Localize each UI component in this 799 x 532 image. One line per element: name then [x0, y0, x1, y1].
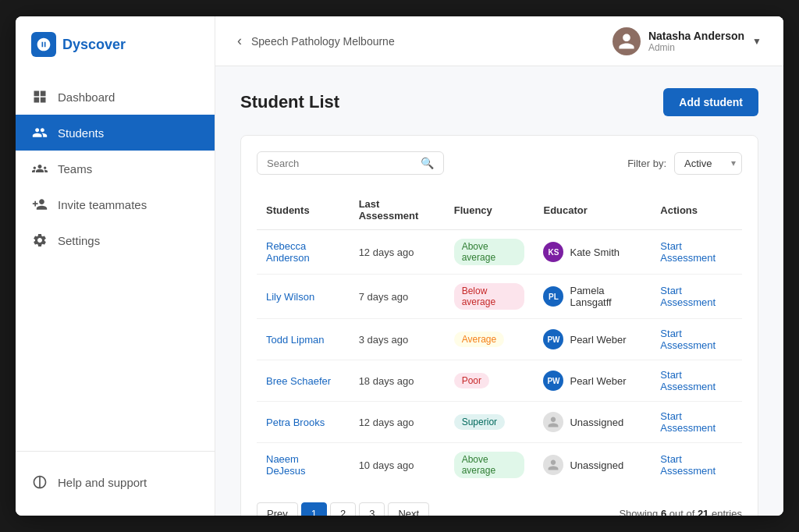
student-name-cell: Naeem DeJesus — [257, 443, 350, 488]
educator-avatar: PW — [543, 371, 563, 391]
student-link[interactable]: Todd Lipman — [266, 334, 324, 346]
gear-icon — [31, 232, 48, 249]
avatar — [613, 27, 641, 55]
page-3-button[interactable]: 3 — [359, 502, 385, 516]
student-name-cell: Bree Schaefer — [257, 360, 350, 402]
filter-area: Filter by: Active Inactive All — [627, 152, 742, 175]
sidebar-item-invite[interactable]: Invite teammates — [16, 186, 215, 222]
table-row: Bree Schaefer 18 days ago Poor PWPearl W… — [257, 360, 742, 402]
pagination: Prev 1 2 3 Next — [257, 502, 429, 516]
start-assessment-link[interactable]: Start Assessment — [660, 328, 716, 351]
sidebar: Dyscover Dashboard Students Teams — [16, 16, 215, 516]
educator-cell: PWPearl Weber — [534, 319, 651, 360]
fluency-cell: Poor — [445, 360, 534, 402]
educator-avatar — [543, 412, 563, 432]
educator-name: Kate Smith — [570, 246, 620, 258]
sidebar-item-students[interactable]: Students — [16, 115, 215, 151]
action-cell: Start Assessment — [651, 360, 742, 402]
search-box: 🔍 — [257, 151, 444, 175]
fluency-badge: Poor — [454, 373, 489, 388]
user-role: Admin — [648, 42, 744, 53]
add-student-button[interactable]: Add student — [663, 88, 758, 116]
fluency-cell: Superior — [445, 402, 534, 443]
fluency-cell: Above average — [445, 443, 534, 488]
prev-button[interactable]: Prev — [257, 502, 298, 516]
org-name: Speech Pathology Melbourne — [251, 35, 395, 48]
table-row: Lily Wilson 7 days ago Below average PLP… — [257, 275, 742, 319]
page-2-button[interactable]: 2 — [330, 502, 356, 516]
action-cell: Start Assessment — [651, 402, 742, 443]
table-toolbar: 🔍 Filter by: Active Inactive All — [257, 151, 742, 175]
sidebar-item-help[interactable]: Help and support — [16, 464, 215, 500]
sidebar-item-teams-label: Teams — [58, 162, 92, 176]
last-assessment-cell: 3 days ago — [350, 319, 445, 360]
action-cell: Start Assessment — [651, 275, 742, 319]
fluency-badge: Below average — [454, 283, 525, 310]
logo-icon — [31, 32, 56, 57]
col-fluency: Fluency — [445, 190, 534, 230]
table-row: Naeem DeJesus 10 days ago Above average … — [257, 443, 742, 488]
logo: Dyscover — [16, 16, 215, 73]
start-assessment-link[interactable]: Start Assessment — [660, 240, 716, 264]
back-button[interactable]: ‹ — [237, 33, 242, 49]
action-cell: Start Assessment — [651, 319, 742, 360]
sidebar-item-settings-label: Settings — [58, 234, 100, 247]
educator-cell: PLPamela Lansgatff — [534, 275, 651, 319]
start-assessment-link[interactable]: Start Assessment — [660, 453, 716, 477]
topbar: ‹ Speech Pathology Melbourne Natasha And… — [215, 16, 783, 66]
educator-name: Unassigned — [570, 459, 623, 471]
student-name-cell: Todd Lipman — [257, 319, 350, 360]
student-link[interactable]: Petra Brooks — [266, 417, 325, 428]
student-link[interactable]: Bree Schaefer — [266, 375, 331, 387]
sidebar-bottom: Help and support — [16, 451, 215, 516]
next-button[interactable]: Next — [388, 502, 429, 516]
start-assessment-link[interactable]: Start Assessment — [660, 369, 716, 392]
page-content: Student List Add student 🔍 Filter by: Ac… — [215, 66, 783, 516]
user-info: Natasha Anderson Admin — [648, 30, 744, 53]
educator-avatar — [543, 455, 563, 475]
start-assessment-link[interactable]: Start Assessment — [660, 285, 716, 308]
start-assessment-link[interactable]: Start Assessment — [660, 410, 716, 434]
last-assessment-cell: 18 days ago — [350, 360, 445, 402]
col-educator: Educator — [534, 190, 651, 230]
grid-icon — [31, 88, 48, 105]
page-1-button[interactable]: 1 — [301, 502, 327, 516]
table-header: Students Last Assessment Fluency Educato… — [257, 190, 742, 230]
search-input[interactable] — [267, 158, 414, 169]
student-link[interactable]: Naeem DeJesus — [266, 453, 306, 477]
col-last-assessment: Last Assessment — [350, 190, 445, 230]
col-actions: Actions — [651, 190, 742, 230]
fluency-badge: Average — [454, 332, 504, 347]
sidebar-item-teams[interactable]: Teams — [16, 151, 215, 186]
shown-count: 6 — [661, 508, 666, 516]
educator-avatar: PL — [543, 286, 563, 307]
user-dropdown-arrow[interactable]: ▼ — [752, 36, 762, 47]
topbar-right: Natasha Anderson Admin ▼ — [613, 27, 762, 55]
page-info: Showing 6 out of 21 entries — [619, 508, 742, 516]
fluency-cell: Above average — [445, 230, 534, 275]
fluency-cell: Average — [445, 319, 534, 360]
educator-cell: KSKate Smith — [534, 230, 651, 275]
educator-name: Pearl Weber — [570, 334, 626, 346]
total-count: 21 — [698, 508, 708, 516]
last-assessment-cell: 12 days ago — [350, 230, 445, 275]
sidebar-item-invite-label: Invite teammates — [58, 198, 147, 211]
filter-label: Filter by: — [627, 158, 666, 169]
educator-avatar: KS — [543, 242, 563, 262]
educator-cell: PWPearl Weber — [534, 360, 651, 402]
filter-select[interactable]: Active Inactive All — [674, 152, 742, 175]
student-link[interactable]: Lily Wilson — [266, 291, 314, 303]
search-icon: 🔍 — [421, 157, 434, 169]
educator-name: Pearl Weber — [570, 375, 626, 387]
action-cell: Start Assessment — [651, 443, 742, 488]
sidebar-item-settings[interactable]: Settings — [16, 222, 215, 258]
student-link[interactable]: Rebecca Anderson — [266, 240, 310, 264]
educator-cell: Unassigned — [534, 443, 651, 488]
sidebar-item-dashboard[interactable]: Dashboard — [16, 79, 215, 115]
students-card: 🔍 Filter by: Active Inactive All — [240, 135, 758, 516]
student-name-cell: Rebecca Anderson — [257, 230, 350, 275]
topbar-left: ‹ Speech Pathology Melbourne — [237, 33, 395, 49]
invite-icon — [31, 196, 48, 213]
user-name: Natasha Anderson — [648, 30, 744, 42]
educator-name: Unassigned — [570, 417, 623, 428]
